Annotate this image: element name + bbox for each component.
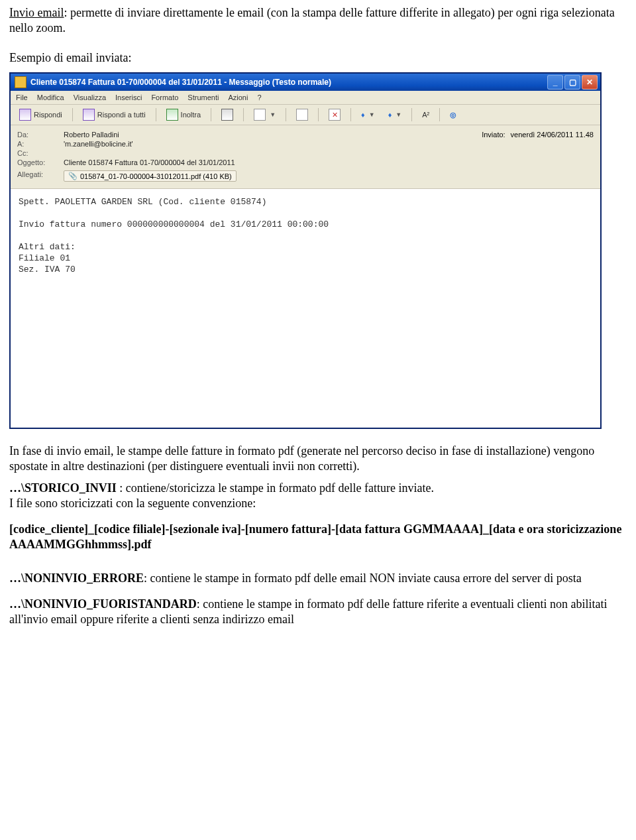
prev-button[interactable]: ♦▼ [356,109,380,121]
from-label: Da: [17,131,64,139]
menu-inserisci[interactable]: Inserisci [115,93,142,101]
window-buttons: _ ▢ ✕ [547,75,598,90]
separator-icon [411,108,412,121]
paperclip-icon [68,172,78,180]
menu-formato[interactable]: Formato [151,93,178,101]
delete-icon [329,109,341,121]
move-button[interactable]: ▼ [249,107,280,123]
example-label: Esempio di email inviata: [9,50,627,66]
help-circle-icon: ◎ [450,111,456,119]
separator-icon [243,108,244,121]
body-line: Invio fattura numero 000000000000004 del… [19,219,592,229]
storico-path: …\STORICO_INVII [9,481,117,495]
after-window-paragraph: In fase di invio email, le stampe delle … [9,444,627,474]
intro-label: Invio email [9,6,64,19]
print-button[interactable] [217,107,238,123]
storico-rest: : contiene/storicizza le stampe in forma… [117,481,434,495]
subject-value: Cliente 015874 Fattura 01-70/000004 del … [64,158,594,166]
body-line [19,231,592,241]
reply-button[interactable]: Rispondi [15,107,67,123]
window-title: Cliente 015874 Fattura 01-70/000004 del … [30,78,547,87]
chevron-down-icon: ▼ [396,111,401,118]
separator-icon [72,108,73,121]
font-size-button[interactable]: A² [417,109,434,121]
next-button[interactable]: ♦▼ [384,109,407,121]
message-body[interactable]: Spett. PAOLETTA GARDEN SRL (Cod. cliente… [11,189,600,428]
separator-icon [211,108,211,121]
minimize-button[interactable]: _ [547,75,563,90]
forward-icon [166,109,178,121]
arrow-up-icon: ♦ [361,111,365,119]
filename-pattern: [codice_cliente]_[codice filiale]-[sezio… [9,522,627,552]
cc-label: Cc: [17,149,64,157]
reply-icon [19,109,31,121]
storico-line2: I file sono storicizzati con la seguente… [9,497,256,510]
menu-modifica[interactable]: Modifica [37,93,64,101]
menu-visualizza[interactable]: Visualizza [74,93,106,101]
chevron-down-icon: ▼ [270,111,276,118]
noninvio-fuoristandard-paragraph: …\NONINVIO_FUORISTANDARD: contiene le st… [9,597,627,627]
reply-label: Rispondi [34,111,62,119]
noninvio-errore-path: …\NONINVIO_ERRORE [9,571,144,585]
toolbar: Rispondi Rispondi a tutti Inoltra ▼ ♦▼ ♦… [11,105,600,125]
menu-help[interactable]: ? [257,93,261,101]
sent-label: Inviato: [482,131,505,139]
menu-bar: File Modifica Visualizza Inserisci Forma… [11,91,600,105]
chevron-down-icon: ▼ [369,111,375,118]
sent-value: venerdì 24/06/2011 11.48 [511,131,594,139]
separator-icon [286,108,286,121]
reply-all-button[interactable]: Rispondi a tutti [78,107,150,123]
help-button[interactable]: ◎ [445,109,461,121]
body-line: Sez. IVA 70 [19,265,592,274]
reply-all-label: Rispondi a tutti [97,111,146,119]
to-value: 'm.zanelli@bolicine.it' [64,140,594,148]
from-value: Roberto Palladini [64,131,482,139]
outlook-window: Cliente 015874 Fattura 01-70/000004 del … [9,72,602,429]
maximize-button[interactable]: ▢ [564,75,580,90]
attachments-label: Allegati: [17,170,64,182]
message-headers: Da: Roberto Palladini Inviato: venerdì 2… [11,125,600,189]
storico-paragraph: …\STORICO_INVII : contiene/storicizza le… [9,481,627,511]
window-titlebar: Cliente 015874 Fattura 01-70/000004 del … [11,74,600,91]
arrow-down-icon: ♦ [388,111,392,119]
app-icon [15,76,26,88]
separator-icon [156,108,156,121]
separator-icon [439,108,440,121]
attachment-name: 015874_01-70-000004-31012011.pdf (410 KB… [80,172,232,180]
separator-icon [350,108,351,121]
menu-strumenti[interactable]: Strumenti [187,93,219,101]
close-button[interactable]: ✕ [582,75,598,90]
intro-rest: : permette di inviare direttamente le em… [9,6,615,34]
body-line [19,208,592,218]
cc-value [64,149,594,157]
menu-file[interactable]: File [16,93,28,101]
intro-paragraph: Invio email: permette di inviare diretta… [9,5,627,36]
body-line: Spett. PAOLETTA GARDEN SRL (Cod. cliente… [19,197,592,207]
rules-button[interactable] [292,107,313,123]
to-label: A: [17,140,64,148]
forward-button[interactable]: Inoltra [162,107,206,123]
body-line: Filiale 01 [19,253,592,263]
menu-azioni[interactable]: Azioni [228,93,248,101]
print-icon [221,109,233,121]
attachment-item[interactable]: 015874_01-70-000004-31012011.pdf (410 KB… [64,170,237,182]
subject-label: Oggetto: [17,158,64,166]
noninvio-errore-rest: : contiene le stampe in formato pdf dell… [144,571,582,585]
reply-all-icon [83,109,95,121]
noninvio-fuoristandard-path: …\NONINVIO_FUORISTANDARD [9,597,197,611]
folder-icon [254,109,266,121]
noninvio-errore-paragraph: …\NONINVIO_ERRORE: contiene le stampe in… [9,571,627,586]
separator-icon [318,108,319,121]
delete-button[interactable] [324,107,345,123]
forward-label: Inoltra [181,111,201,119]
body-line: Altri dati: [19,242,592,252]
rule-icon [296,109,308,121]
font-size-label: A² [422,111,429,119]
